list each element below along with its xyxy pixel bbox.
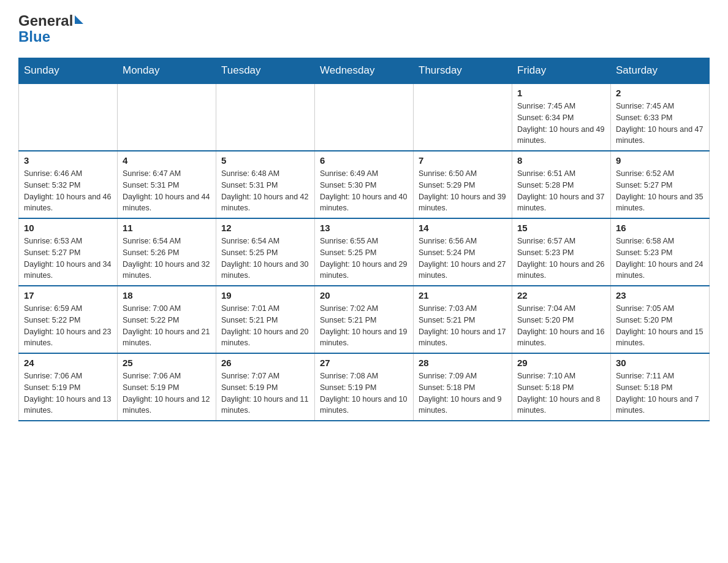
day-info: Sunrise: 7:11 AMSunset: 5:18 PMDaylight:… bbox=[616, 370, 704, 416]
calendar-cell: 26Sunrise: 7:07 AMSunset: 5:19 PMDayligh… bbox=[216, 353, 315, 421]
day-info: Sunrise: 6:46 AMSunset: 5:32 PMDaylight:… bbox=[24, 168, 112, 214]
calendar-week-row: 17Sunrise: 6:59 AMSunset: 5:22 PMDayligh… bbox=[19, 286, 710, 353]
day-number: 27 bbox=[320, 358, 408, 368]
calendar-cell: 1Sunrise: 7:45 AMSunset: 6:34 PMDaylight… bbox=[512, 83, 611, 151]
day-info: Sunrise: 7:09 AMSunset: 5:18 PMDaylight:… bbox=[419, 370, 507, 416]
day-number: 7 bbox=[419, 155, 507, 166]
calendar-cell: 25Sunrise: 7:06 AMSunset: 5:19 PMDayligh… bbox=[118, 353, 216, 421]
calendar-cell: 21Sunrise: 7:03 AMSunset: 5:21 PMDayligh… bbox=[414, 286, 512, 353]
calendar-cell: 9Sunrise: 6:52 AMSunset: 5:27 PMDaylight… bbox=[611, 151, 710, 218]
day-info: Sunrise: 7:02 AMSunset: 5:21 PMDaylight:… bbox=[320, 303, 408, 349]
calendar-cell bbox=[315, 83, 414, 151]
day-info: Sunrise: 6:48 AMSunset: 5:31 PMDaylight:… bbox=[221, 168, 309, 214]
calendar-cell: 12Sunrise: 6:54 AMSunset: 5:25 PMDayligh… bbox=[216, 218, 315, 286]
day-number: 14 bbox=[419, 223, 507, 233]
day-number: 25 bbox=[123, 358, 211, 368]
day-number: 19 bbox=[221, 290, 309, 301]
day-info: Sunrise: 6:52 AMSunset: 5:27 PMDaylight:… bbox=[616, 168, 704, 214]
day-info: Sunrise: 6:59 AMSunset: 5:22 PMDaylight:… bbox=[24, 303, 112, 349]
logo-arrow-icon bbox=[75, 15, 83, 24]
day-info: Sunrise: 6:53 AMSunset: 5:27 PMDaylight:… bbox=[24, 236, 112, 282]
calendar-cell bbox=[216, 83, 315, 151]
calendar-cell: 5Sunrise: 6:48 AMSunset: 5:31 PMDaylight… bbox=[216, 151, 315, 218]
day-info: Sunrise: 6:50 AMSunset: 5:29 PMDaylight:… bbox=[419, 168, 507, 214]
day-info: Sunrise: 7:01 AMSunset: 5:21 PMDaylight:… bbox=[221, 303, 309, 349]
calendar-cell: 24Sunrise: 7:06 AMSunset: 5:19 PMDayligh… bbox=[19, 353, 118, 421]
day-number: 29 bbox=[517, 358, 605, 368]
day-info: Sunrise: 6:47 AMSunset: 5:31 PMDaylight:… bbox=[123, 168, 211, 214]
day-number: 13 bbox=[320, 223, 408, 233]
day-number: 12 bbox=[221, 223, 309, 233]
calendar-cell: 19Sunrise: 7:01 AMSunset: 5:21 PMDayligh… bbox=[216, 286, 315, 353]
calendar-cell: 13Sunrise: 6:55 AMSunset: 5:25 PMDayligh… bbox=[315, 218, 414, 286]
day-of-week-header: Saturday bbox=[611, 58, 710, 84]
day-info: Sunrise: 7:03 AMSunset: 5:21 PMDaylight:… bbox=[419, 303, 507, 349]
calendar-cell bbox=[19, 83, 118, 151]
calendar-week-row: 3Sunrise: 6:46 AMSunset: 5:32 PMDaylight… bbox=[19, 151, 710, 218]
calendar-week-row: 24Sunrise: 7:06 AMSunset: 5:19 PMDayligh… bbox=[19, 353, 710, 421]
calendar-cell: 30Sunrise: 7:11 AMSunset: 5:18 PMDayligh… bbox=[611, 353, 710, 421]
day-info: Sunrise: 7:45 AMSunset: 6:33 PMDaylight:… bbox=[616, 101, 704, 147]
day-number: 17 bbox=[24, 290, 112, 301]
calendar-cell bbox=[118, 83, 216, 151]
day-number: 4 bbox=[123, 155, 211, 166]
day-info: Sunrise: 6:54 AMSunset: 5:26 PMDaylight:… bbox=[123, 236, 211, 282]
calendar-header-row: SundayMondayTuesdayWednesdayThursdayFrid… bbox=[19, 58, 710, 84]
day-of-week-header: Friday bbox=[512, 58, 611, 84]
calendar-cell: 8Sunrise: 6:51 AMSunset: 5:28 PMDaylight… bbox=[512, 151, 611, 218]
logo: General Blue bbox=[18, 12, 83, 45]
page-header: General Blue bbox=[18, 12, 710, 45]
calendar-cell: 23Sunrise: 7:05 AMSunset: 5:20 PMDayligh… bbox=[611, 286, 710, 353]
day-info: Sunrise: 6:49 AMSunset: 5:30 PMDaylight:… bbox=[320, 168, 408, 214]
logo-blue-text: Blue bbox=[18, 28, 50, 45]
day-info: Sunrise: 7:04 AMSunset: 5:20 PMDaylight:… bbox=[517, 303, 605, 349]
calendar-cell: 27Sunrise: 7:08 AMSunset: 5:19 PMDayligh… bbox=[315, 353, 414, 421]
calendar-cell: 4Sunrise: 6:47 AMSunset: 5:31 PMDaylight… bbox=[118, 151, 216, 218]
calendar-cell: 3Sunrise: 6:46 AMSunset: 5:32 PMDaylight… bbox=[19, 151, 118, 218]
calendar-cell: 14Sunrise: 6:56 AMSunset: 5:24 PMDayligh… bbox=[414, 218, 512, 286]
day-info: Sunrise: 6:55 AMSunset: 5:25 PMDaylight:… bbox=[320, 236, 408, 282]
day-info: Sunrise: 7:05 AMSunset: 5:20 PMDaylight:… bbox=[616, 303, 704, 349]
calendar-cell: 22Sunrise: 7:04 AMSunset: 5:20 PMDayligh… bbox=[512, 286, 611, 353]
day-info: Sunrise: 7:10 AMSunset: 5:18 PMDaylight:… bbox=[517, 370, 605, 416]
calendar-cell: 15Sunrise: 6:57 AMSunset: 5:23 PMDayligh… bbox=[512, 218, 611, 286]
day-number: 11 bbox=[123, 223, 211, 233]
day-info: Sunrise: 6:58 AMSunset: 5:23 PMDaylight:… bbox=[616, 236, 704, 282]
calendar-cell: 6Sunrise: 6:49 AMSunset: 5:30 PMDaylight… bbox=[315, 151, 414, 218]
day-info: Sunrise: 6:57 AMSunset: 5:23 PMDaylight:… bbox=[517, 236, 605, 282]
day-info: Sunrise: 6:54 AMSunset: 5:25 PMDaylight:… bbox=[221, 236, 309, 282]
day-info: Sunrise: 6:56 AMSunset: 5:24 PMDaylight:… bbox=[419, 236, 507, 282]
day-number: 16 bbox=[616, 223, 704, 233]
day-info: Sunrise: 7:06 AMSunset: 5:19 PMDaylight:… bbox=[24, 370, 112, 416]
day-number: 30 bbox=[616, 358, 704, 368]
calendar-cell: 18Sunrise: 7:00 AMSunset: 5:22 PMDayligh… bbox=[118, 286, 216, 353]
calendar-cell: 28Sunrise: 7:09 AMSunset: 5:18 PMDayligh… bbox=[414, 353, 512, 421]
day-number: 20 bbox=[320, 290, 408, 301]
day-info: Sunrise: 7:07 AMSunset: 5:19 PMDaylight:… bbox=[221, 370, 309, 416]
calendar-cell: 7Sunrise: 6:50 AMSunset: 5:29 PMDaylight… bbox=[414, 151, 512, 218]
day-number: 10 bbox=[24, 223, 112, 233]
day-number: 21 bbox=[419, 290, 507, 301]
calendar-cell bbox=[414, 83, 512, 151]
day-number: 3 bbox=[24, 155, 112, 166]
day-number: 22 bbox=[517, 290, 605, 301]
day-number: 6 bbox=[320, 155, 408, 166]
day-of-week-header: Tuesday bbox=[216, 58, 315, 84]
day-of-week-header: Thursday bbox=[414, 58, 512, 84]
day-info: Sunrise: 7:06 AMSunset: 5:19 PMDaylight:… bbox=[123, 370, 211, 416]
logo-general-text: General bbox=[18, 12, 73, 29]
day-of-week-header: Wednesday bbox=[315, 58, 414, 84]
day-number: 28 bbox=[419, 358, 507, 368]
day-number: 18 bbox=[123, 290, 211, 301]
calendar-cell: 17Sunrise: 6:59 AMSunset: 5:22 PMDayligh… bbox=[19, 286, 118, 353]
day-info: Sunrise: 7:45 AMSunset: 6:34 PMDaylight:… bbox=[517, 101, 605, 147]
day-info: Sunrise: 7:00 AMSunset: 5:22 PMDaylight:… bbox=[123, 303, 211, 349]
day-number: 23 bbox=[616, 290, 704, 301]
day-number: 1 bbox=[517, 88, 605, 98]
day-number: 26 bbox=[221, 358, 309, 368]
calendar-week-row: 10Sunrise: 6:53 AMSunset: 5:27 PMDayligh… bbox=[19, 218, 710, 286]
calendar-cell: 10Sunrise: 6:53 AMSunset: 5:27 PMDayligh… bbox=[19, 218, 118, 286]
day-info: Sunrise: 7:08 AMSunset: 5:19 PMDaylight:… bbox=[320, 370, 408, 416]
calendar-table: SundayMondayTuesdayWednesdayThursdayFrid… bbox=[18, 58, 710, 421]
calendar-week-row: 1Sunrise: 7:45 AMSunset: 6:34 PMDaylight… bbox=[19, 83, 710, 151]
